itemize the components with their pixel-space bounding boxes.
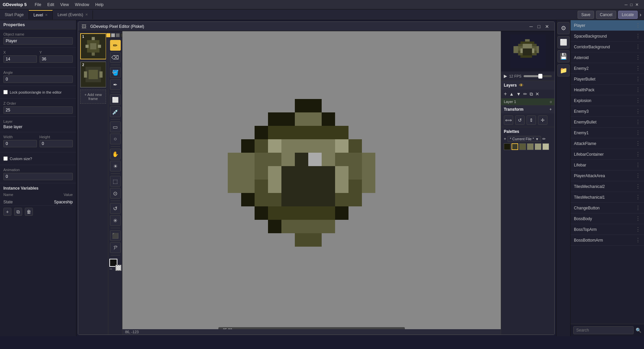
- layer-down-btn[interactable]: ▼: [516, 91, 522, 97]
- move-all-btn[interactable]: ✛: [538, 115, 547, 125]
- sidebar-item-asteroid[interactable]: Asteroid ⋮: [571, 52, 644, 63]
- flip-v-btn[interactable]: ⇕: [527, 115, 536, 125]
- sidebar-item-changebutton-menu[interactable]: ⋮: [635, 205, 641, 211]
- tab-level[interactable]: Level ✕: [29, 10, 53, 19]
- erase2-tool[interactable]: ⬜: [110, 94, 121, 105]
- x-input[interactable]: [3, 55, 37, 63]
- palette-dropdown[interactable]: * Current File * ▼: [507, 136, 541, 142]
- animation-input[interactable]: [3, 173, 73, 180]
- pattern-tool[interactable]: ⬛: [110, 230, 121, 241]
- sidebar-item-bosstoparm[interactable]: BossTopArm ⋮: [571, 224, 644, 235]
- sidebar-item-enemy1-menu[interactable]: ⋮: [635, 130, 641, 136]
- pattern-3[interactable]: [116, 33, 120, 37]
- sidebar-item-enemy1[interactable]: Enemy1 ⋮: [571, 128, 644, 138]
- eyedropper-tool[interactable]: 💉: [110, 106, 121, 117]
- menu-edit[interactable]: Edit: [45, 2, 57, 8]
- sidebar-item-healthpack[interactable]: HealthPack ⋮: [571, 85, 644, 95]
- locate-button[interactable]: Locate: [618, 11, 638, 19]
- sidebar-item-lifebar-menu[interactable]: ⋮: [635, 162, 641, 168]
- sidebar-item-enemy3[interactable]: Enemy3 ⋮: [571, 106, 644, 117]
- cancel-button[interactable]: Cancel: [596, 11, 616, 19]
- pencil-tool[interactable]: ✏: [110, 40, 121, 51]
- window-maximize[interactable]: □: [630, 2, 633, 7]
- rotate-btn[interactable]: ↺: [515, 115, 525, 125]
- menu-view[interactable]: View: [58, 2, 72, 8]
- wand-tool[interactable]: ✳: [110, 215, 121, 226]
- sidebar-item-enemybullet[interactable]: EnemyBullet ⋮: [571, 117, 644, 128]
- layer-add-btn[interactable]: +: [503, 91, 507, 97]
- custom-tool[interactable]: 𝓟: [110, 242, 121, 253]
- sidebar-item-attackflame-menu[interactable]: ⋮: [635, 140, 641, 147]
- sidebar-item-spacebackground-menu[interactable]: ⋮: [635, 33, 641, 39]
- sidebar-item-lifebarcontainer[interactable]: LifebarContainer ⋮: [571, 149, 644, 160]
- sidebar-item-explosion-menu[interactable]: ⋮: [635, 97, 641, 104]
- eraser-tool[interactable]: ⌫: [110, 52, 121, 63]
- sidebar-item-healthpack-menu[interactable]: ⋮: [635, 87, 641, 93]
- sidebar-item-asteroid-menu[interactable]: ⋮: [635, 54, 641, 61]
- expand-button[interactable]: ›: [640, 12, 641, 18]
- sidebar-item-player-menu[interactable]: ⋮: [635, 22, 641, 29]
- sidebar-item-corridorbackground[interactable]: CorridorBackground ⋮: [571, 42, 644, 52]
- sidebar-item-bossbody-menu[interactable]: ⋮: [635, 215, 641, 222]
- frame-2[interactable]: 2: [80, 61, 106, 88]
- sidebar-item-bossbottomarm[interactable]: BossBottomArm ⋮: [571, 235, 644, 246]
- folder-icon-btn[interactable]: 📁: [557, 64, 570, 77]
- stroke-tool[interactable]: ✒: [110, 79, 121, 90]
- pixel-canvas[interactable]: [208, 86, 416, 280]
- layer-up-btn[interactable]: ▲: [508, 91, 515, 97]
- menu-window[interactable]: Window: [72, 2, 92, 8]
- window-close[interactable]: ✕: [635, 2, 639, 7]
- palette-color-1[interactable]: [504, 143, 511, 150]
- sidebar-item-lifebarcontainer-menu[interactable]: ⋮: [635, 151, 641, 157]
- sidebar-item-playerbullet-menu[interactable]: ⋮: [635, 76, 641, 82]
- lighten-tool[interactable]: ☀: [110, 161, 121, 171]
- sidebar-item-enemy2[interactable]: Enemy2 ⋮: [571, 63, 644, 74]
- var-delete-btn[interactable]: 🗑: [25, 208, 33, 216]
- save-button[interactable]: Save: [578, 11, 594, 19]
- window-minimize[interactable]: ─: [625, 2, 628, 7]
- width-input[interactable]: [3, 140, 37, 147]
- layer-del-btn[interactable]: ✕: [535, 91, 540, 97]
- layer-1-item[interactable]: Layer 1 α: [501, 98, 554, 105]
- save-icon-btn[interactable]: 💾: [557, 50, 570, 62]
- pixel-editor-minimize[interactable]: ─: [528, 23, 535, 30]
- angle-input[interactable]: [3, 76, 73, 83]
- height-input[interactable]: [40, 140, 73, 147]
- menu-help[interactable]: Help: [93, 2, 106, 8]
- y-input[interactable]: [40, 55, 73, 63]
- sidebar-item-tilesmechanical2-menu[interactable]: ⋮: [635, 183, 641, 190]
- palette-color-2[interactable]: [512, 143, 518, 150]
- var-copy-btn[interactable]: ⧉: [14, 208, 22, 216]
- fill-tool[interactable]: 🪣: [110, 67, 121, 78]
- tab-start-page[interactable]: Start Page: [0, 10, 29, 19]
- layers-eye-icon[interactable]: 👁: [519, 83, 524, 88]
- sidebar-item-enemybullet-menu[interactable]: ⋮: [635, 119, 641, 125]
- palette-edit-icon[interactable]: ✏: [542, 137, 546, 141]
- tab-level-close[interactable]: ✕: [45, 13, 48, 17]
- lasso-tool[interactable]: ⊙: [110, 188, 121, 199]
- tab-level-events-close[interactable]: ✕: [85, 13, 88, 16]
- sidebar-item-lifebar[interactable]: Lifebar ⋮: [571, 160, 644, 170]
- zorder-input[interactable]: [3, 106, 73, 114]
- swap-colors-icon[interactable]: ↔: [109, 267, 113, 271]
- pixel-editor-close[interactable]: ✕: [543, 23, 551, 30]
- sidebar-item-changebutton[interactable]: ChangeButton ⋮: [571, 203, 644, 213]
- flip-h-btn[interactable]: ⟺: [504, 115, 513, 125]
- lock-checkbox[interactable]: [3, 90, 8, 94]
- fps-slider-handle[interactable]: [538, 74, 542, 79]
- palette-color-6[interactable]: [542, 143, 549, 150]
- sidebar-item-spacebackground[interactable]: SpaceBackground ⋮: [571, 31, 644, 42]
- add-frame-button[interactable]: + Add new frame: [80, 90, 106, 104]
- sidebar-item-enemy3-menu[interactable]: ⋮: [635, 108, 641, 114]
- sidebar-item-bossbody[interactable]: BossBody ⋮: [571, 213, 644, 224]
- layer-edit-btn[interactable]: ✏: [523, 91, 528, 97]
- scene-icon-btn[interactable]: ⬜: [557, 36, 570, 48]
- tab-level-events[interactable]: Level (Events) ✕: [53, 10, 93, 19]
- sidebar-item-corridorbackground-menu[interactable]: ⋮: [635, 44, 641, 50]
- sidebar-item-tilesmechanical2[interactable]: TilesMechanical2 ⋮: [571, 181, 644, 192]
- sidebar-item-tilesmechanical1[interactable]: TilesMechanical1 ⋮: [571, 192, 644, 203]
- sidebar-item-tilesmechanical1-menu[interactable]: ⋮: [635, 194, 641, 200]
- canvas-area[interactable]: x35.33 86, -123: [122, 31, 501, 335]
- move-tool[interactable]: ✋: [110, 149, 121, 159]
- sidebar-item-player[interactable]: Player ⋮: [571, 20, 644, 31]
